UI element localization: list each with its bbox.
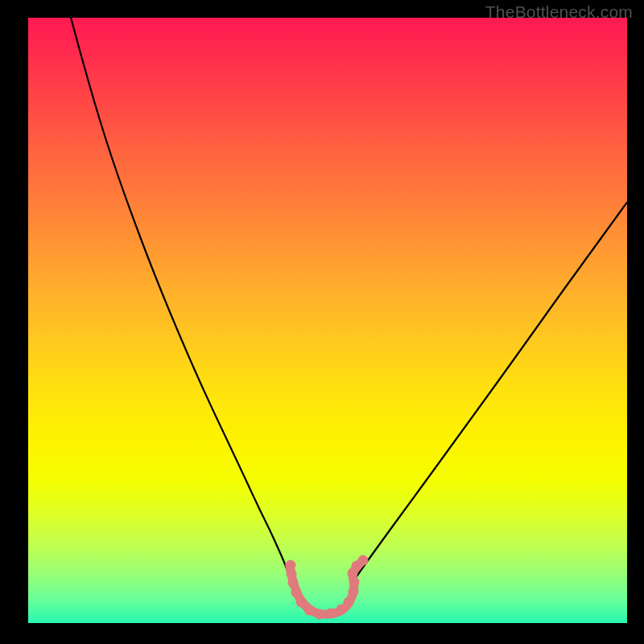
left-curve xyxy=(71,18,292,588)
watermark-text: TheBottleneck.com xyxy=(485,2,633,22)
valley-dot xyxy=(287,569,297,580)
valley-dot xyxy=(304,605,315,616)
chart-frame: TheBottleneck.com xyxy=(0,0,644,644)
valley-dot xyxy=(344,597,354,608)
valley-dot xyxy=(349,587,359,597)
right-curve xyxy=(350,202,627,588)
valley-dot xyxy=(296,597,307,608)
valley-dot xyxy=(326,609,336,619)
chart-svg xyxy=(28,18,627,623)
valley-dot xyxy=(286,560,296,571)
valley-dot xyxy=(288,578,299,588)
valley-dot xyxy=(358,555,369,566)
chart-plot-area xyxy=(28,18,627,623)
valley-dot xyxy=(349,577,360,588)
valley-dot xyxy=(315,609,325,620)
valley-dot xyxy=(291,588,302,598)
